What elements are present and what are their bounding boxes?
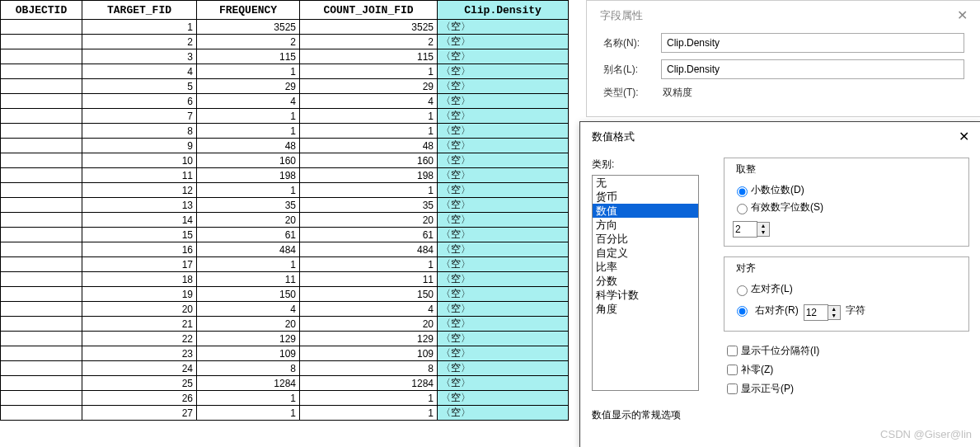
cell-count-join-fid[interactable]: 1 <box>300 109 438 124</box>
cell-objectid[interactable] <box>1 406 82 421</box>
cell-objectid[interactable] <box>1 242 82 257</box>
cell-objectid[interactable] <box>1 228 82 242</box>
cell-target-fid[interactable]: 19 <box>82 287 197 302</box>
cell-clip-density[interactable]: 〈空〉 <box>438 64 569 79</box>
cell-clip-density[interactable]: 〈空〉 <box>438 346 569 361</box>
cell-clip-density[interactable]: 〈空〉 <box>438 168 569 183</box>
header-clip-density[interactable]: Clip.Density <box>438 1 569 20</box>
cell-clip-density[interactable]: 〈空〉 <box>438 391 569 406</box>
cell-target-fid[interactable]: 12 <box>82 183 197 198</box>
cell-clip-density[interactable]: 〈空〉 <box>438 213 569 228</box>
cell-clip-density[interactable]: 〈空〉 <box>438 79 569 94</box>
cell-objectid[interactable] <box>1 332 82 346</box>
cell-clip-density[interactable]: 〈空〉 <box>438 302 569 317</box>
cell-clip-density[interactable]: 〈空〉 <box>438 376 569 391</box>
header-frequency[interactable]: FREQUENCY <box>197 1 300 20</box>
cell-target-fid[interactable]: 13 <box>82 198 197 213</box>
cell-objectid[interactable] <box>1 346 82 361</box>
cell-count-join-fid[interactable]: 1 <box>300 124 438 139</box>
table-row[interactable]: 156161〈空〉 <box>1 228 569 242</box>
cell-count-join-fid[interactable]: 150 <box>300 287 438 302</box>
cell-count-join-fid[interactable]: 61 <box>300 228 438 242</box>
table-row[interactable]: 2512841284〈空〉 <box>1 376 569 391</box>
header-count-join-fid[interactable]: COUNT_JOIN_FID <box>300 1 438 20</box>
cell-target-fid[interactable]: 25 <box>82 376 197 391</box>
table-row[interactable]: 2611〈空〉 <box>1 391 569 406</box>
cell-frequency[interactable]: 1 <box>197 406 300 421</box>
category-item[interactable]: 数值 <box>593 204 698 218</box>
cell-objectid[interactable] <box>1 302 82 317</box>
cell-frequency[interactable]: 1 <box>197 391 300 406</box>
cell-objectid[interactable] <box>1 317 82 332</box>
thousands-separator-checkbox[interactable] <box>727 346 738 356</box>
cell-objectid[interactable] <box>1 183 82 198</box>
cell-objectid[interactable] <box>1 198 82 213</box>
decimal-count-input[interactable] <box>733 221 757 238</box>
cell-target-fid[interactable]: 23 <box>82 346 197 361</box>
cell-frequency[interactable]: 4 <box>197 94 300 109</box>
table-row[interactable]: 711〈空〉 <box>1 109 569 124</box>
category-list[interactable]: 无货币数值方向百分比自定义比率分数科学计数角度 <box>592 175 699 391</box>
show-plus-checkbox[interactable] <box>727 383 738 394</box>
table-row[interactable]: 135253525〈空〉 <box>1 20 569 35</box>
alias-input[interactable] <box>661 59 964 79</box>
spinner-up-icon[interactable]: ▲ <box>757 223 769 229</box>
cell-target-fid[interactable]: 20 <box>82 302 197 317</box>
cell-target-fid[interactable]: 27 <box>82 406 197 421</box>
cell-target-fid[interactable]: 7 <box>82 109 197 124</box>
table-row[interactable]: 181111〈空〉 <box>1 272 569 287</box>
cell-frequency[interactable]: 129 <box>197 332 300 346</box>
right-align-radio[interactable] <box>737 306 748 317</box>
cell-count-join-fid[interactable]: 1284 <box>300 376 438 391</box>
table-row[interactable]: 411〈空〉 <box>1 64 569 79</box>
cell-target-fid[interactable]: 11 <box>82 168 197 183</box>
cell-target-fid[interactable]: 18 <box>82 272 197 287</box>
table-row[interactable]: 142020〈空〉 <box>1 213 569 228</box>
cell-frequency[interactable]: 198 <box>197 168 300 183</box>
table-row[interactable]: 11198198〈空〉 <box>1 168 569 183</box>
category-item[interactable]: 货币 <box>593 190 698 204</box>
cell-objectid[interactable] <box>1 79 82 94</box>
cell-count-join-fid[interactable]: 1 <box>300 257 438 272</box>
cell-target-fid[interactable]: 1 <box>82 20 197 35</box>
cell-objectid[interactable] <box>1 139 82 153</box>
cell-frequency[interactable]: 48 <box>197 139 300 153</box>
table-row[interactable]: 2044〈空〉 <box>1 302 569 317</box>
left-align-radio[interactable] <box>737 285 748 296</box>
pad-zeros-checkbox[interactable] <box>727 365 738 375</box>
cell-count-join-fid[interactable]: 29 <box>300 79 438 94</box>
cell-target-fid[interactable]: 8 <box>82 124 197 139</box>
cell-frequency[interactable]: 11 <box>197 272 300 287</box>
cell-count-join-fid[interactable]: 198 <box>300 168 438 183</box>
cell-objectid[interactable] <box>1 376 82 391</box>
cell-frequency[interactable]: 1 <box>197 109 300 124</box>
cell-target-fid[interactable]: 24 <box>82 361 197 376</box>
cell-count-join-fid[interactable]: 109 <box>300 346 438 361</box>
chars-input[interactable] <box>804 304 828 321</box>
cell-target-fid[interactable]: 22 <box>82 332 197 346</box>
cell-count-join-fid[interactable]: 3525 <box>300 20 438 35</box>
cell-frequency[interactable]: 3525 <box>197 20 300 35</box>
cell-objectid[interactable] <box>1 109 82 124</box>
table-row[interactable]: 1711〈空〉 <box>1 257 569 272</box>
table-row[interactable]: 2488〈空〉 <box>1 361 569 376</box>
cell-frequency[interactable]: 1 <box>197 183 300 198</box>
cell-frequency[interactable]: 8 <box>197 361 300 376</box>
cell-objectid[interactable] <box>1 49 82 64</box>
cell-count-join-fid[interactable]: 48 <box>300 139 438 153</box>
cell-objectid[interactable] <box>1 361 82 376</box>
cell-target-fid[interactable]: 3 <box>82 49 197 64</box>
table-row[interactable]: 222〈空〉 <box>1 35 569 49</box>
cell-target-fid[interactable]: 15 <box>82 228 197 242</box>
decimal-places-radio[interactable] <box>737 186 748 197</box>
cell-objectid[interactable] <box>1 124 82 139</box>
cell-clip-density[interactable]: 〈空〉 <box>438 49 569 64</box>
cell-frequency[interactable]: 2 <box>197 35 300 49</box>
cell-frequency[interactable]: 20 <box>197 317 300 332</box>
name-input[interactable] <box>661 33 964 53</box>
cell-target-fid[interactable]: 26 <box>82 391 197 406</box>
cell-clip-density[interactable]: 〈空〉 <box>438 139 569 153</box>
cell-frequency[interactable]: 35 <box>197 198 300 213</box>
close-icon[interactable]: ✕ <box>957 7 968 23</box>
cell-target-fid[interactable]: 5 <box>82 79 197 94</box>
